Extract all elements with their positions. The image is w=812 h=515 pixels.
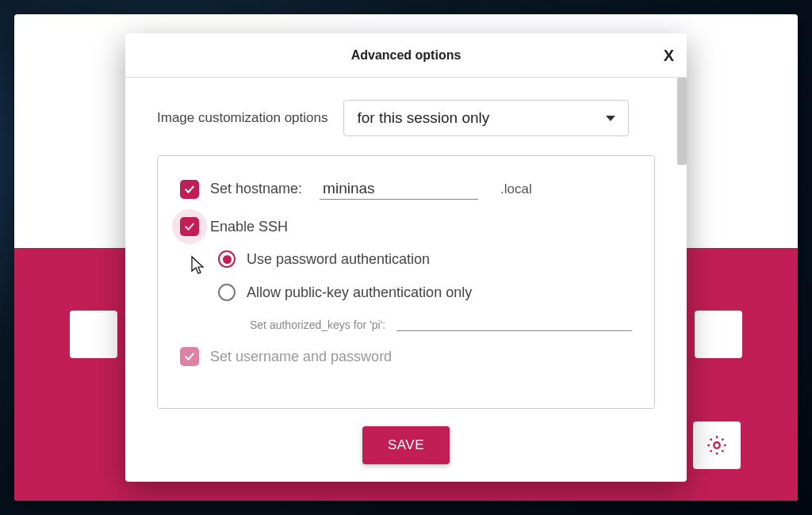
- set-username-password-label: Set username and password: [210, 349, 392, 365]
- ssh-options-group: Use password authentication Allow public…: [218, 250, 632, 331]
- authorized-keys-input[interactable]: [396, 314, 632, 331]
- radio-checked-icon: [218, 250, 236, 268]
- options-panel: Set hostname: .local Enable SSH Use pass…: [157, 155, 655, 409]
- authorized-keys-label: Set authorized_keys for 'pi':: [250, 319, 385, 331]
- checkmark-icon: [183, 220, 196, 233]
- checkmark-icon: [183, 183, 196, 196]
- scrollbar-thumb[interactable]: [677, 78, 687, 165]
- customization-scope-dropdown[interactable]: for this session only: [343, 100, 629, 136]
- svg-point-0: [714, 442, 719, 448]
- gear-icon: [706, 434, 728, 456]
- enable-ssh-checkbox[interactable]: [180, 217, 199, 236]
- save-button[interactable]: SAVE: [362, 426, 450, 464]
- ssh-password-auth-radio[interactable]: Use password authentication: [218, 250, 632, 268]
- modal-footer: SAVE: [125, 409, 687, 482]
- background-card-left: [70, 311, 117, 358]
- close-button[interactable]: X: [664, 46, 674, 64]
- checkmark-icon: [183, 350, 196, 363]
- authorized-keys-row: Set authorized_keys for 'pi':: [250, 314, 632, 331]
- background-card-right: [695, 311, 742, 358]
- set-hostname-label: Set hostname:: [210, 181, 302, 197]
- modal-header: Advanced options X: [125, 33, 687, 78]
- radio-unchecked-icon: [218, 284, 236, 301]
- enable-ssh-label: Enable SSH: [210, 219, 288, 235]
- customization-scope-label: Image customization options: [157, 110, 327, 126]
- ssh-public-key-label: Allow public-key authentication only: [247, 284, 472, 301]
- set-username-password-row: Set username and password: [180, 347, 632, 366]
- ssh-password-auth-label: Use password authentication: [247, 251, 430, 268]
- customization-scope-row: Image customization options for this ses…: [157, 100, 655, 136]
- set-hostname-checkbox[interactable]: [180, 180, 199, 199]
- hostname-input[interactable]: [320, 178, 478, 200]
- settings-gear-button[interactable]: [693, 422, 741, 469]
- enable-ssh-row: Enable SSH: [180, 217, 632, 236]
- modal-title: Advanced options: [351, 48, 462, 63]
- dropdown-selected-value: for this session only: [357, 109, 489, 127]
- ssh-public-key-radio[interactable]: Allow public-key authentication only: [218, 284, 632, 301]
- imager-app-window: Advanced options X Image customization o…: [14, 14, 798, 501]
- set-username-password-checkbox[interactable]: [180, 347, 199, 366]
- hostname-suffix: .local: [500, 181, 532, 197]
- advanced-options-modal: Advanced options X Image customization o…: [125, 33, 687, 482]
- chevron-down-icon: [606, 116, 615, 121]
- modal-body: Image customization options for this ses…: [125, 78, 687, 409]
- set-hostname-row: Set hostname: .local: [180, 178, 632, 200]
